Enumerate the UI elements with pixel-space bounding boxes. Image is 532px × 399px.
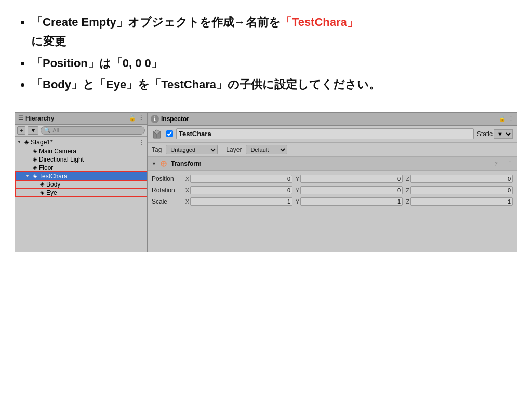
testchara-label: TestChara bbox=[39, 172, 68, 180]
tree-item-floor[interactable]: ◈ Floor bbox=[15, 164, 147, 172]
object-active-checkbox-wrap bbox=[166, 130, 173, 137]
position-y-letter: Y bbox=[294, 176, 299, 182]
stage1-icon: ◈ bbox=[24, 139, 29, 145]
hierarchy-header: ☰ Hierarchy 🔒 ⋮ bbox=[15, 113, 147, 125]
transform-header: ▼ Transform ? ≡ ⋮ bbox=[148, 157, 517, 171]
line1-highlight: 「TestChara」 bbox=[281, 16, 358, 29]
rotation-z-letter: Z bbox=[404, 187, 409, 193]
tag-label: Tag bbox=[152, 146, 162, 153]
rotation-z-input[interactable] bbox=[410, 186, 513, 194]
layer-label: Layer bbox=[226, 146, 242, 153]
testchara-expand: ▼ bbox=[25, 174, 32, 178]
stage1-label: Stage1* bbox=[31, 139, 53, 146]
tree-item-body[interactable]: ◈ Body bbox=[15, 180, 147, 189]
inspector-more-icon[interactable]: ⋮ bbox=[508, 115, 514, 122]
scale-z-letter: Z bbox=[404, 198, 409, 205]
transform-collapse-arrow[interactable]: ▼ bbox=[152, 161, 156, 166]
main-camera-label: Main Camera bbox=[39, 148, 76, 155]
tag-layer-row: Tag Untagged Layer Default bbox=[148, 143, 517, 157]
position-z-item: Z bbox=[404, 175, 513, 183]
transform-more-btn[interactable]: ⋮ bbox=[507, 160, 513, 167]
hierarchy-more-icon[interactable]: ⋮ bbox=[138, 115, 144, 122]
rotation-xyz: X Y Z bbox=[184, 186, 513, 194]
scale-xyz: X Y Z bbox=[184, 197, 513, 206]
floor-icon: ◈ bbox=[33, 164, 37, 171]
transform-icon bbox=[159, 159, 168, 168]
object-active-checkbox[interactable] bbox=[166, 130, 173, 137]
hierarchy-toolbar: + ▼ 🔍 bbox=[15, 125, 147, 137]
line1-suffix: に変更 bbox=[31, 35, 66, 48]
scale-z-input[interactable] bbox=[410, 197, 513, 206]
position-x-input[interactable] bbox=[190, 175, 292, 183]
inspector-header: ℹ Inspector 🔒 ⋮ bbox=[148, 113, 517, 126]
transform-title: Transform bbox=[171, 160, 491, 167]
body-label: Body bbox=[46, 181, 60, 188]
rotation-y-item: Y bbox=[294, 186, 403, 194]
scale-x-letter: X bbox=[184, 198, 189, 205]
position-row: Position X Y Z bbox=[148, 173, 517, 184]
hierarchy-search-input[interactable] bbox=[52, 127, 141, 134]
position-z-input[interactable] bbox=[410, 175, 513, 183]
inspector-panel: ℹ Inspector 🔒 ⋮ Static ▼ bbox=[148, 113, 517, 252]
scale-x-input[interactable] bbox=[190, 197, 292, 206]
scale-y-input[interactable] bbox=[300, 197, 403, 206]
tree-item-testchara[interactable]: ▼ ◈ TestChara bbox=[15, 172, 147, 180]
hierarchy-filter-btn[interactable]: ▼ bbox=[28, 126, 38, 135]
scale-y-item: Y bbox=[294, 197, 403, 206]
position-x-letter: X bbox=[184, 176, 189, 182]
tree-item-eye[interactable]: ◈ Eye bbox=[15, 189, 147, 197]
transform-fields: Position X Y Z bbox=[148, 171, 517, 209]
rotation-x-input[interactable] bbox=[190, 186, 292, 194]
scale-y-letter: Y bbox=[294, 198, 299, 205]
hierarchy-title: Hierarchy bbox=[25, 115, 127, 122]
floor-label: Floor bbox=[39, 164, 53, 171]
transform-actions: ? ≡ ⋮ bbox=[494, 160, 513, 167]
inspector-lock-icon[interactable]: 🔒 bbox=[499, 115, 506, 122]
static-dropdown[interactable]: ▼ bbox=[494, 129, 513, 139]
rotation-x-letter: X bbox=[184, 187, 189, 193]
hierarchy-lock-icon[interactable]: 🔒 bbox=[129, 115, 136, 122]
instruction-line1: 「Create Empty」オブジェクトを作成→名前を「TestChara」 に… bbox=[31, 12, 515, 51]
tree-item-main-camera[interactable]: ◈ Main Camera bbox=[15, 147, 147, 155]
position-y-item: Y bbox=[294, 175, 403, 183]
stage1-expand-arrow: ▼ bbox=[17, 140, 23, 144]
object-name-row: Static ▼ bbox=[148, 126, 517, 143]
rotation-row: Rotation X Y Z bbox=[148, 184, 517, 196]
scale-label: Scale bbox=[152, 198, 182, 205]
static-label: Static bbox=[477, 130, 493, 138]
eye-label: Eye bbox=[46, 189, 57, 196]
position-y-input[interactable] bbox=[300, 175, 403, 183]
tree-item-dir-light[interactable]: ◈ Directional Light bbox=[15, 155, 147, 164]
position-x-item: X bbox=[184, 175, 292, 183]
hierarchy-search-box: 🔍 bbox=[41, 126, 145, 135]
instruction-line3: 「Body」と「Eye」を「TestChara」の子供に設定してください。 bbox=[31, 75, 515, 94]
position-z-letter: Z bbox=[404, 176, 409, 182]
inspector-title: Inspector bbox=[161, 115, 497, 123]
stage1-more[interactable]: ⋮ bbox=[138, 138, 145, 147]
unity-editor: ☰ Hierarchy 🔒 ⋮ + ▼ 🔍 ▼ ◈ Stage1* ⋮ bbox=[15, 112, 517, 252]
hierarchy-add-btn[interactable]: + bbox=[17, 126, 25, 135]
instruction-line2: 「Position」は「0, 0 0」 bbox=[31, 54, 515, 73]
object-name-input[interactable] bbox=[176, 128, 474, 139]
position-xyz: X Y Z bbox=[184, 175, 513, 183]
tag-select[interactable]: Untagged bbox=[166, 145, 218, 154]
hierarchy-panel: ☰ Hierarchy 🔒 ⋮ + ▼ 🔍 ▼ ◈ Stage1* ⋮ bbox=[15, 113, 148, 252]
stage1-row: Stage1* ⋮ bbox=[31, 138, 145, 147]
static-row: Static ▼ bbox=[477, 129, 513, 139]
testchara-icon: ◈ bbox=[33, 172, 37, 179]
body-icon: ◈ bbox=[40, 181, 44, 188]
object-cube-icon bbox=[152, 128, 163, 140]
eye-icon: ◈ bbox=[40, 189, 44, 196]
tree-item-stage1[interactable]: ▼ ◈ Stage1* ⋮ bbox=[15, 138, 147, 147]
rotation-y-input[interactable] bbox=[300, 186, 403, 194]
transform-settings-btn[interactable]: ≡ bbox=[501, 161, 504, 167]
transform-help-btn[interactable]: ? bbox=[494, 161, 497, 167]
rotation-label: Rotation bbox=[152, 187, 182, 194]
layer-select[interactable]: Default bbox=[246, 145, 287, 154]
position-label: Position bbox=[152, 175, 182, 182]
search-icon: 🔍 bbox=[44, 127, 50, 133]
rotation-y-letter: Y bbox=[294, 187, 299, 193]
hierarchy-header-actions: 🔒 ⋮ bbox=[129, 115, 144, 122]
line1-prefix: 「Create Empty」オブジェクトを作成→名前を bbox=[31, 16, 281, 29]
main-camera-icon: ◈ bbox=[33, 148, 37, 154]
